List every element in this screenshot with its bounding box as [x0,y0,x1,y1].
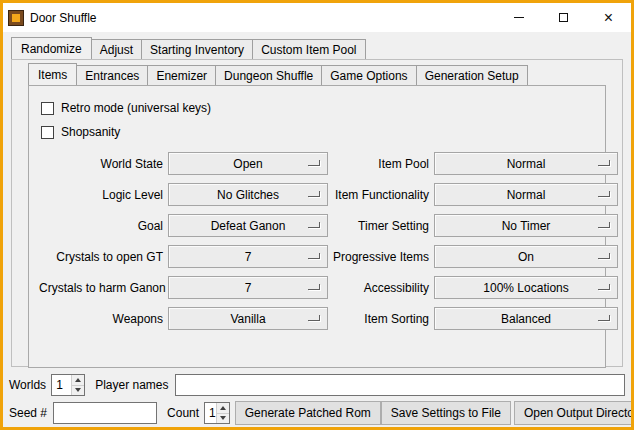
player-names-input[interactable] [175,374,626,396]
goal-label: Goal [39,219,163,233]
shopsanity-label: Shopsanity [61,125,120,139]
item-sorting-label: Item Sorting [333,312,429,326]
minimize-button[interactable] [496,3,541,32]
accessibility-label: Accessibility [333,281,429,295]
weapons-label: Weapons [39,312,163,326]
crystals-open-gt-dropdown[interactable]: 7 [168,245,328,268]
dropdown-indicator-icon [598,284,610,290]
dropdown-indicator-icon [598,315,610,321]
crystals-harm-ganon-label: Crystals to harm Ganon [39,281,163,295]
count-value: 1 [205,403,216,423]
arrow-down-icon [75,388,81,392]
tab-custom-item-pool[interactable]: Custom Item Pool [252,39,365,59]
count-spin-up-button[interactable] [217,403,229,413]
dropdown-indicator-icon [598,222,610,228]
worlds-spinner-buttons [71,375,84,395]
window-body: Randomize Adjust Starting Inventory Cust… [3,32,631,430]
logic-level-value: No Glitches [217,188,279,202]
shopsanity-checkbox-row[interactable]: Shopsanity [41,122,597,142]
window-title: Door Shuffle [30,11,97,25]
item-pool-label: Item Pool [333,157,429,171]
timer-setting-value: No Timer [502,219,551,233]
crystals-open-gt-value: 7 [245,250,252,264]
arrow-up-icon [220,406,226,410]
item-sorting-dropdown[interactable]: Balanced [434,307,618,330]
dropdown-indicator-icon [598,160,610,166]
dropdown-indicator-icon [308,284,320,290]
goal-dropdown[interactable]: Defeat Ganon [168,214,328,237]
dropdown-indicator-icon [308,315,320,321]
worlds-label: Worlds [9,378,46,392]
maximize-icon [559,13,568,22]
progressive-items-dropdown[interactable]: On [434,245,618,268]
item-functionality-label: Item Functionality [333,188,429,202]
tab-adjust[interactable]: Adjust [91,39,142,59]
dropdown-indicator-icon [308,160,320,166]
tab-randomize[interactable]: Randomize [11,37,92,59]
crystals-open-gt-label: Crystals to open GT [39,250,163,264]
logic-level-dropdown[interactable]: No Glitches [168,183,328,206]
close-button[interactable]: × [586,3,631,32]
tab-game-options[interactable]: Game Options [321,65,416,85]
shopsanity-checkbox[interactable] [41,126,54,139]
item-pool-value: Normal [507,157,546,171]
worlds-spin-up-button[interactable] [72,375,84,385]
tab-enemizer[interactable]: Enemizer [147,65,216,85]
count-label: Count [167,406,199,420]
open-output-directory-button[interactable]: Open Output Directory [514,401,634,425]
worlds-spin-down-button[interactable] [72,385,84,396]
retro-mode-label: Retro mode (universal keys) [61,101,211,115]
minimize-icon [514,17,524,18]
retro-mode-checkbox-row[interactable]: Retro mode (universal keys) [41,98,597,118]
item-functionality-dropdown[interactable]: Normal [434,183,618,206]
app-icon-detail [12,14,20,22]
maximize-button[interactable] [541,3,586,32]
crystals-harm-ganon-dropdown[interactable]: 7 [168,276,328,299]
bottom-bar: Worlds 1 Player names Seed # Count 1 [9,374,625,430]
worlds-spinner[interactable]: 1 [51,374,85,396]
arrow-up-icon [75,378,81,382]
item-functionality-value: Normal [507,188,546,202]
seed-row: Seed # Count 1 Generate Patched Rom Save… [9,401,625,425]
world-state-value: Open [233,157,262,171]
retro-mode-checkbox[interactable] [41,102,54,115]
dropdown-indicator-icon [308,222,320,228]
progressive-items-label: Progressive Items [333,250,429,264]
outer-tabstrip: Randomize Adjust Starting Inventory Cust… [11,37,631,59]
worlds-row: Worlds 1 Player names [9,374,625,396]
titlebar[interactable]: Door Shuffle × [3,3,631,32]
arrow-down-icon [220,416,226,420]
timer-setting-dropdown[interactable]: No Timer [434,214,618,237]
window-controls: × [496,3,631,32]
seed-label: Seed # [9,406,47,420]
dropdown-indicator-icon [598,253,610,259]
count-spin-down-button[interactable] [217,413,229,424]
accessibility-value: 100% Locations [483,281,568,295]
weapons-dropdown[interactable]: Vanilla [168,307,328,330]
tab-entrances[interactable]: Entrances [76,65,148,85]
weapons-value: Vanilla [230,312,265,326]
tab-dungeon-shuffle[interactable]: Dungeon Shuffle [215,65,322,85]
accessibility-dropdown[interactable]: 100% Locations [434,276,618,299]
save-settings-button[interactable]: Save Settings to File [381,401,511,425]
app-icon [8,10,24,26]
world-state-dropdown[interactable]: Open [168,152,328,175]
dropdown-indicator-icon [308,253,320,259]
goal-value: Defeat Ganon [211,219,286,233]
progressive-items-value: On [518,250,534,264]
count-spinner-buttons [216,403,229,423]
worlds-value: 1 [52,375,71,395]
world-state-label: World State [39,157,163,171]
tab-generation-setup[interactable]: Generation Setup [416,65,528,85]
tab-items[interactable]: Items [28,63,77,85]
item-sorting-value: Balanced [501,312,551,326]
close-icon: × [604,11,613,25]
seed-input[interactable] [53,402,157,424]
items-panel: Retro mode (universal keys) Shopsanity W… [28,85,606,368]
options-form: World State Open Item Pool Normal Logic … [39,152,597,330]
item-pool-dropdown[interactable]: Normal [434,152,618,175]
timer-setting-label: Timer Setting [333,219,429,233]
tab-starting-inventory[interactable]: Starting Inventory [141,39,253,59]
count-spinner[interactable]: 1 [204,402,230,424]
generate-patched-rom-button[interactable]: Generate Patched Rom [235,401,381,425]
